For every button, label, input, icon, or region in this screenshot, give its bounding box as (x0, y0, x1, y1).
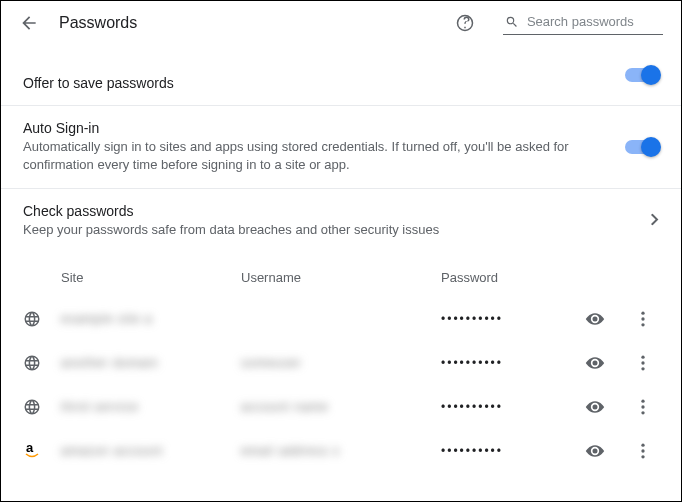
column-site: Site (61, 270, 241, 285)
more-actions-icon[interactable] (633, 397, 653, 417)
svg-point-2 (641, 323, 644, 326)
password-cell: •••••••••• (441, 400, 581, 414)
password-row: aamazon accountemail address x•••••••••• (1, 429, 681, 473)
more-actions-icon[interactable] (633, 309, 653, 329)
check-passwords-label: Check passwords (23, 203, 659, 219)
svg-point-7 (641, 405, 644, 408)
help-icon[interactable] (455, 13, 475, 33)
password-row: example site a•••••••••• (1, 297, 681, 341)
page-title: Passwords (59, 14, 137, 32)
show-password-icon[interactable] (585, 353, 605, 373)
globe-icon (23, 310, 41, 328)
site-cell[interactable]: third service (61, 399, 241, 414)
password-cell: •••••••••• (441, 356, 581, 370)
site-cell[interactable]: another domain (61, 355, 241, 370)
back-button[interactable] (19, 13, 39, 33)
svg-point-6 (641, 399, 644, 402)
check-passwords-section[interactable]: Check passwords Keep your passwords safe… (1, 188, 681, 253)
svg-point-0 (641, 311, 644, 314)
svg-point-9 (641, 443, 644, 446)
show-password-icon[interactable] (585, 441, 605, 461)
username-cell: someuser (241, 355, 441, 370)
auto-signin-section: Auto Sign-in Automatically sign in to si… (1, 105, 681, 188)
favicon (23, 310, 61, 328)
favicon (23, 398, 61, 416)
svg-point-4 (641, 361, 644, 364)
chevron-right-icon (651, 214, 659, 229)
username-cell: email address x (241, 443, 441, 458)
search-box[interactable] (503, 11, 663, 35)
svg-point-5 (641, 367, 644, 370)
column-username: Username (241, 270, 441, 285)
svg-point-11 (641, 455, 644, 458)
show-password-icon[interactable] (585, 309, 605, 329)
search-icon (505, 14, 519, 30)
offer-to-save-toggle[interactable] (625, 68, 659, 82)
username-cell: account name (241, 399, 441, 414)
table-header: Site Username Password (1, 254, 681, 297)
svg-point-10 (641, 449, 644, 452)
password-row: third serviceaccount name•••••••••• (1, 385, 681, 429)
check-passwords-desc: Keep your passwords safe from data breac… (23, 221, 583, 239)
auto-signin-label: Auto Sign-in (23, 120, 659, 136)
offer-to-save-label: Offer to save passwords (23, 75, 659, 91)
svg-point-8 (641, 411, 644, 414)
search-input[interactable] (525, 13, 661, 30)
site-cell[interactable]: example site a (61, 311, 241, 326)
auto-signin-toggle[interactable] (625, 140, 659, 154)
globe-icon (23, 398, 41, 416)
globe-icon (23, 354, 41, 372)
site-cell[interactable]: amazon account (61, 443, 241, 458)
favicon (23, 354, 61, 372)
password-row: another domainsomeuser•••••••••• (1, 341, 681, 385)
column-password: Password (441, 270, 581, 285)
svg-point-1 (641, 317, 644, 320)
favicon: a (23, 442, 61, 460)
password-cell: •••••••••• (441, 312, 581, 326)
more-actions-icon[interactable] (633, 441, 653, 461)
more-actions-icon[interactable] (633, 353, 653, 373)
auto-signin-desc: Automatically sign in to sites and apps … (23, 138, 583, 174)
show-password-icon[interactable] (585, 397, 605, 417)
svg-point-3 (641, 355, 644, 358)
offer-to-save-section: Offer to save passwords (1, 45, 681, 105)
password-cell: •••••••••• (441, 444, 581, 458)
